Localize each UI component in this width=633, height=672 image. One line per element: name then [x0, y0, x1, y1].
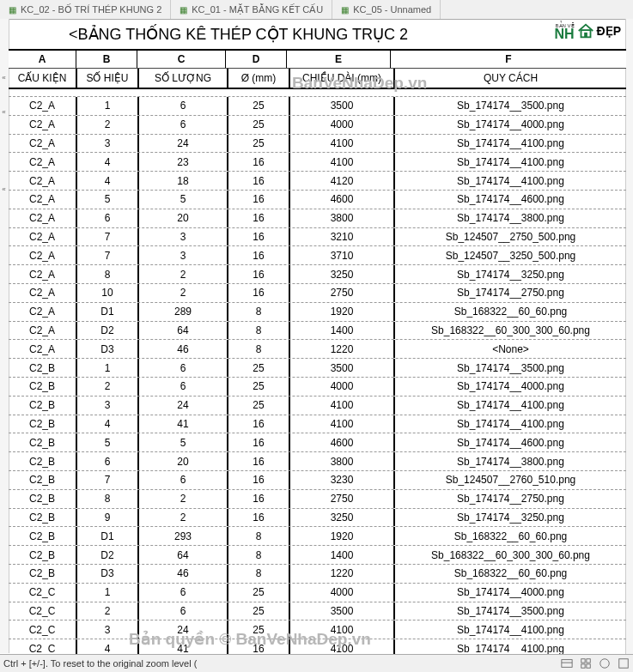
cell[interactable]: 3500: [290, 97, 395, 115]
cell[interactable]: 8: [228, 340, 290, 358]
cell[interactable]: 6: [139, 602, 228, 621]
cell[interactable]: Sb_124507__2760_510.png: [395, 471, 626, 489]
cell[interactable]: 8: [228, 546, 290, 564]
table-row[interactable]: C2_AD128981920Sb_168322__60_60.png: [9, 303, 626, 322]
cell[interactable]: 41: [139, 415, 228, 433]
cell[interactable]: 20: [139, 452, 228, 470]
cell[interactable]: Sb_174174__4000.png: [395, 116, 626, 134]
cell[interactable]: 6: [139, 116, 228, 134]
cell[interactable]: 4: [77, 415, 139, 433]
cell[interactable]: 6: [139, 378, 228, 396]
cell[interactable]: Sb_174174__4100.png: [395, 172, 626, 190]
cell[interactable]: 4600: [290, 191, 395, 209]
cell[interactable]: 4100: [290, 621, 395, 639]
col-letter-d[interactable]: D: [226, 51, 287, 68]
cell[interactable]: 46: [139, 565, 228, 583]
cell[interactable]: 3800: [290, 209, 395, 227]
cell[interactable]: 46: [139, 340, 228, 358]
cell[interactable]: Sb_174174__2750.png: [395, 284, 626, 302]
cell[interactable]: 4000: [290, 378, 395, 396]
cell[interactable]: 4100: [290, 397, 395, 415]
col-letter-a[interactable]: A: [9, 51, 76, 68]
cell[interactable]: C2_B: [9, 359, 77, 377]
cell[interactable]: C2_A: [9, 284, 77, 302]
cell[interactable]: C2_A: [9, 340, 77, 358]
cell[interactable]: Sb_168322__60_60.png: [395, 527, 626, 545]
cell[interactable]: C2_C: [9, 621, 77, 639]
cell[interactable]: C2_A: [9, 246, 77, 264]
table-row[interactable]: C2_A73163210Sb_124507__2750_500.png: [9, 228, 626, 247]
cell[interactable]: 18: [139, 172, 228, 190]
cell[interactable]: 2: [77, 378, 139, 396]
cell[interactable]: C2_A: [9, 191, 77, 209]
col-letter-e[interactable]: E: [287, 51, 391, 68]
cell[interactable]: C2_A: [9, 135, 77, 153]
cell[interactable]: 25: [228, 97, 290, 115]
cell[interactable]: C2_B: [9, 490, 77, 508]
cell[interactable]: 6: [139, 359, 228, 377]
cell[interactable]: 6: [77, 209, 139, 227]
cell[interactable]: 2: [77, 116, 139, 134]
col-letter-b[interactable]: B: [76, 51, 137, 68]
cell[interactable]: 16: [228, 509, 290, 527]
table-row[interactable]: C2_BD129381920Sb_168322__60_60.png: [9, 527, 626, 546]
cell[interactable]: 4000: [290, 116, 395, 134]
cell[interactable]: 1400: [290, 546, 395, 564]
cell[interactable]: Sb_174174__4600.png: [395, 191, 626, 209]
table-row[interactable]: C2_A73163710Sb_124507__3250_500.png: [9, 246, 626, 265]
cell[interactable]: 3230: [290, 471, 395, 489]
cell[interactable]: 4100: [290, 135, 395, 153]
cell[interactable]: 4: [77, 172, 139, 190]
cell[interactable]: Sb_168322__60_300_300_60.png: [395, 322, 626, 340]
table-row[interactable]: C2_B92163250Sb_174174__3250.png: [9, 509, 626, 528]
cell[interactable]: 16: [228, 246, 290, 264]
table-row[interactable]: C2_A418164120Sb_174174__4100.png: [9, 172, 626, 191]
cell[interactable]: 6: [77, 452, 139, 470]
table-row[interactable]: C2_AD34681220<None>: [9, 340, 626, 359]
cell[interactable]: C2_B: [9, 527, 77, 545]
cell[interactable]: C2_A: [9, 172, 77, 190]
status-icon[interactable]: [618, 657, 630, 669]
cell[interactable]: 25: [228, 359, 290, 377]
cell[interactable]: 1400: [290, 322, 395, 340]
cell[interactable]: 16: [228, 433, 290, 451]
cell[interactable]: Sb_174174__3800.png: [395, 209, 626, 227]
table-row[interactable]: C2_B82162750Sb_174174__2750.png: [9, 490, 626, 509]
cell[interactable]: 16: [228, 191, 290, 209]
cell[interactable]: 16: [228, 265, 290, 283]
status-icon[interactable]: [580, 657, 592, 669]
cell[interactable]: 24: [139, 397, 228, 415]
table-row[interactable]: C2_BD34681220Sb_168322__60_60.png: [9, 565, 626, 584]
table-row[interactable]: C2_A55164600Sb_174174__4600.png: [9, 191, 626, 209]
cell[interactable]: 6: [139, 471, 228, 489]
cell[interactable]: 1: [77, 584, 139, 602]
cell[interactable]: Sb_124507__3250_500.png: [395, 246, 626, 264]
cell[interactable]: 8: [77, 490, 139, 508]
table-row[interactable]: C2_BD26481400Sb_168322__60_300_300_60.pn…: [9, 546, 626, 565]
cell[interactable]: Sb_168322__60_300_300_60.png: [395, 546, 626, 564]
cell[interactable]: Sb_174174__4100.png: [395, 397, 626, 415]
cell[interactable]: C2_B: [9, 546, 77, 564]
table-row[interactable]: C2_A324254100Sb_174174__4100.png: [9, 135, 626, 154]
table-row[interactable]: C2_A82163250Sb_174174__3250.png: [9, 265, 626, 284]
table-row[interactable]: C2_C324254100Sb_174174__4100.png: [9, 621, 626, 639]
cell[interactable]: Sb_174174__3250.png: [395, 265, 626, 283]
cell[interactable]: 3: [77, 135, 139, 153]
table-row[interactable]: C2_C16254000Sb_174174__4000.png: [9, 584, 626, 602]
cell[interactable]: C2_B: [9, 565, 77, 583]
cell[interactable]: C2_B: [9, 471, 77, 489]
cell[interactable]: 4600: [290, 433, 395, 451]
cell[interactable]: 24: [139, 135, 228, 153]
col-letter-f[interactable]: F: [391, 51, 626, 68]
cell[interactable]: 3: [77, 397, 139, 415]
cell[interactable]: C2_B: [9, 433, 77, 451]
cell[interactable]: Sb_174174__3500.png: [395, 602, 626, 621]
table-row[interactable]: C2_A423164100Sb_174174__4100.png: [9, 153, 626, 172]
cell[interactable]: Sb_174174__4000.png: [395, 584, 626, 602]
cell[interactable]: 4100: [290, 153, 395, 171]
cell[interactable]: 24: [139, 621, 228, 639]
cell[interactable]: 4: [77, 153, 139, 171]
cell[interactable]: Sb_174174__4600.png: [395, 433, 626, 451]
cell[interactable]: 16: [228, 452, 290, 470]
cell[interactable]: 2: [77, 602, 139, 621]
